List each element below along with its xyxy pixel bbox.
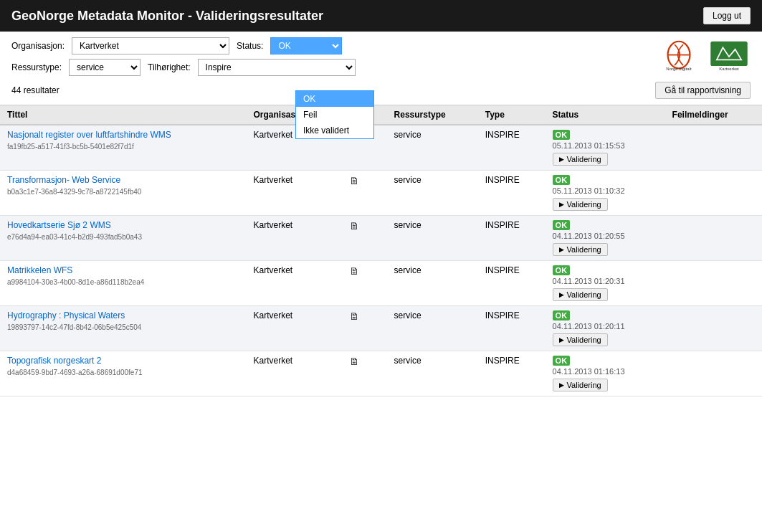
status-dropdown-overlay: OK Feil Ikke validert [295,90,374,139]
cell-status: OK 05.11.2013 01:15:53 Validering [546,125,665,171]
table-row: Matrikkelen WFS a9984104-30e3-4b00-8d1e-… [0,261,762,306]
status-badge: OK [553,310,571,320]
dropdown-item-ikke-validert[interactable]: Ikke validert [296,123,373,138]
cell-ressurstype: service [387,125,478,171]
validering-button[interactable]: Validering [553,379,608,391]
logos-area: Norge digitalt Kartverket [657,37,751,73]
org-select[interactable]: Kartverket [72,37,229,54]
validering-button[interactable]: Validering [553,288,608,301]
cell-ressurstype: service [387,261,478,306]
cell-feilmeldinger [665,216,762,261]
svg-rect-3 [710,42,747,66]
cell-org: Kartverket [246,261,342,306]
col-status: Status [546,105,665,125]
cell-ressurstype: service [387,216,478,261]
record-uuid: fa19fb25-a517-41f3-bc5b-5401e82f7d1f [7,143,134,151]
cell-xml: 🗎 [342,306,387,351]
cell-feilmeldinger [665,351,762,396]
cell-org: Kartverket [246,216,342,261]
status-label: Status: [237,41,263,51]
cell-xml: 🗎 [342,351,387,396]
cell-ressurstype: service [387,306,478,351]
results-table: Tittel Organisasjon XML Ressurstype Type… [0,105,762,396]
dropdown-item-ok[interactable]: OK [296,91,373,107]
record-title-link[interactable]: Transformasjon- Web Service [7,175,239,185]
kartverket-logo: Kartverket [708,37,751,73]
tilhorighet-label: Tilhørighet: [148,62,191,72]
cell-type: INSPIRE [478,171,546,216]
cell-status: OK 04.11.2013 01:20:31 Validering [546,261,665,306]
record-title-link[interactable]: Topografisk norgeskart 2 [7,356,239,366]
record-title-link[interactable]: Hydrography : Physical Waters [7,310,239,320]
cell-tittel: Transformasjon- Web Service b0a3c1e7-36a… [0,171,246,216]
table-row: Hydrography : Physical Waters 19893797-1… [0,306,762,351]
cell-org: Kartverket [246,171,342,216]
record-uuid: a9984104-30e3-4b00-8d1e-a86d118b2ea4 [7,278,144,286]
cell-tittel: Matrikkelen WFS a9984104-30e3-4b00-8d1e-… [0,261,246,306]
record-uuid: d4a68459-9bd7-4693-a26a-68691d00fe71 [7,369,143,376]
cell-tittel: Hovedkartserie Sjø 2 WMS e76d4a94-ea03-4… [0,216,246,261]
logout-button[interactable]: Logg ut [703,7,751,24]
record-uuid: e76d4a94-ea03-41c4-b2d9-493fad5b0a43 [7,233,142,241]
cell-ressurstype: service [387,351,478,396]
status-date: 04.11.2013 01:20:11 [553,322,658,331]
table-row: Transformasjon- Web Service b0a3c1e7-36a… [0,171,762,216]
cell-feilmeldinger [665,171,762,216]
dropdown-item-feil[interactable]: Feil [296,107,373,123]
xml-file-icon[interactable]: 🗎 [349,356,359,367]
cell-status: OK 04.11.2013 01:16:13 Validering [546,351,665,396]
table-row: Nasjonalt register over luftfartshindre … [0,125,762,171]
cell-xml: 🗎 [342,216,387,261]
status-badge: OK [553,265,571,275]
validering-button[interactable]: Validering [553,243,608,256]
col-ressurstype: Ressurstype [387,105,478,125]
status-date: 05.11.2013 01:15:53 [553,141,658,150]
xml-file-icon[interactable]: 🗎 [349,310,359,322]
status-select[interactable]: OK Feil Ikke validert [270,37,342,54]
cell-feilmeldinger [665,125,762,171]
cell-xml: 🗎 [342,171,387,216]
status-date: 04.11.2013 01:20:31 [553,277,658,285]
validering-button[interactable]: Validering [553,198,608,211]
xml-file-icon[interactable]: 🗎 [349,265,359,277]
cell-type: INSPIRE [478,216,546,261]
cell-type: INSPIRE [478,261,546,306]
status-date: 04.11.2013 01:20:55 [553,232,658,240]
cell-tittel: Nasjonalt register over luftfartshindre … [0,125,246,171]
cell-org: Kartverket [246,306,342,351]
results-count: 44 resultater [11,85,59,95]
col-tittel: Tittel [0,105,246,125]
table-row: Topografisk norgeskart 2 d4a68459-9bd7-4… [0,351,762,396]
cell-status: OK 05.11.2013 01:10:32 Validering [546,171,665,216]
svg-text:Kartverket: Kartverket [719,67,739,71]
record-title-link[interactable]: Hovedkartserie Sjø 2 WMS [7,220,239,230]
validering-button[interactable]: Validering [553,333,608,346]
status-badge: OK [553,356,571,366]
record-title-link[interactable]: Matrikkelen WFS [7,265,239,275]
tilhorighet-select[interactable]: Inspire [198,59,356,76]
cell-type: INSPIRE [478,125,546,171]
status-badge: OK [553,175,571,185]
svg-text:Norge digitalt: Norge digitalt [666,67,692,71]
table-header-row: Tittel Organisasjon XML Ressurstype Type… [0,105,762,125]
xml-file-icon[interactable]: 🗎 [349,220,359,232]
cell-feilmeldinger [665,261,762,306]
app-title: GeoNorge Metadata Monitor - Valideringsr… [11,9,323,24]
cell-feilmeldinger [665,306,762,351]
report-button[interactable]: Gå til rapportvisning [655,82,751,99]
cell-type: INSPIRE [478,306,546,351]
cell-tittel: Hydrography : Physical Waters 19893797-1… [0,306,246,351]
validering-button[interactable]: Validering [553,153,608,166]
cell-status: OK 04.11.2013 01:20:55 Validering [546,216,665,261]
ressurstype-select[interactable]: service [69,59,141,76]
xml-file-icon[interactable]: 🗎 [349,175,359,186]
norge-digitalt-logo: Norge digitalt [657,37,700,73]
org-label: Organisasjon: [11,41,65,51]
cell-ressurstype: service [387,171,478,216]
status-badge: OK [553,130,571,140]
status-badge: OK [553,220,571,230]
record-uuid: b0a3c1e7-36a8-4329-9c78-a8722145fb40 [7,188,141,196]
cell-status: OK 04.11.2013 01:20:11 Validering [546,306,665,351]
record-title-link[interactable]: Nasjonalt register over luftfartshindre … [7,130,239,140]
filter-row-1: Organisasjon: Kartverket Status: OK Feil… [11,37,751,54]
